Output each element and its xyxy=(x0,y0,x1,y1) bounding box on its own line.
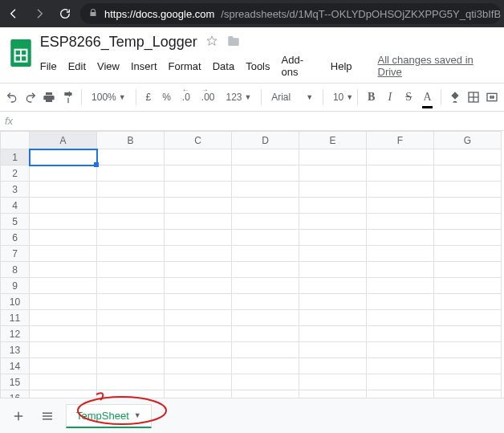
cell[interactable] xyxy=(97,230,165,246)
folder-icon[interactable] xyxy=(226,34,241,51)
select-all-corner[interactable] xyxy=(1,132,30,149)
column-header[interactable]: C xyxy=(165,132,232,149)
column-header[interactable]: G xyxy=(434,132,502,149)
cell[interactable] xyxy=(30,262,97,278)
cell[interactable] xyxy=(30,278,97,294)
cell[interactable] xyxy=(367,165,434,182)
cell[interactable] xyxy=(299,358,367,374)
column-header[interactable]: D xyxy=(232,132,299,149)
cell[interactable] xyxy=(232,358,299,374)
back-button[interactable] xyxy=(3,3,24,24)
cell[interactable] xyxy=(165,198,232,214)
cell[interactable] xyxy=(165,262,232,278)
cell[interactable] xyxy=(299,294,367,310)
cell[interactable] xyxy=(30,214,97,230)
cell[interactable] xyxy=(299,165,367,182)
column-header[interactable]: A xyxy=(30,132,97,149)
cell[interactable] xyxy=(232,198,299,214)
merge-cells-button[interactable] xyxy=(486,88,499,107)
cell[interactable] xyxy=(97,246,165,262)
cell[interactable] xyxy=(165,358,232,374)
cell[interactable] xyxy=(367,149,434,165)
font-select[interactable]: Arial▼ xyxy=(268,92,316,103)
cell[interactable] xyxy=(165,326,232,342)
menu-tools[interactable]: Tools xyxy=(246,60,270,72)
cell[interactable] xyxy=(299,214,367,230)
cell[interactable] xyxy=(165,342,232,358)
cell[interactable] xyxy=(30,198,97,214)
cell[interactable] xyxy=(367,294,434,310)
row-header[interactable]: 12 xyxy=(1,326,30,342)
cell[interactable] xyxy=(299,374,367,390)
column-header[interactable]: B xyxy=(97,132,165,149)
cell[interactable] xyxy=(97,294,165,310)
doc-title[interactable]: ESP8266_Temp_Logger xyxy=(40,34,197,51)
cell[interactable] xyxy=(165,182,232,198)
sheets-logo-icon[interactable] xyxy=(6,34,35,72)
spreadsheet-grid[interactable]: ABCDEFG12345678910111213141516171819 xyxy=(0,131,504,433)
increase-decimal[interactable]: .00→ xyxy=(198,92,218,103)
menu-addons[interactable]: Add-ons xyxy=(282,54,319,78)
more-formats[interactable]: 123▼ xyxy=(223,92,255,103)
format-currency[interactable]: £ xyxy=(142,92,154,103)
cell[interactable] xyxy=(434,198,502,214)
cell[interactable] xyxy=(299,278,367,294)
cell[interactable] xyxy=(30,246,97,262)
cell[interactable] xyxy=(367,214,434,230)
cell[interactable] xyxy=(97,165,165,182)
font-size-select[interactable]: 10▼ xyxy=(330,92,351,103)
reload-button[interactable] xyxy=(55,3,75,24)
menu-help[interactable]: Help xyxy=(331,60,352,72)
menu-format[interactable]: Format xyxy=(169,60,201,72)
cell[interactable] xyxy=(434,214,502,230)
menu-edit[interactable]: Edit xyxy=(68,60,86,72)
fill-color-button[interactable] xyxy=(448,88,461,107)
cell[interactable] xyxy=(232,278,299,294)
cell[interactable] xyxy=(434,165,502,182)
cell[interactable] xyxy=(232,262,299,278)
cell[interactable] xyxy=(30,294,97,310)
cell[interactable] xyxy=(434,326,502,342)
cell[interactable] xyxy=(367,374,434,390)
formula-bar[interactable]: fx xyxy=(0,112,504,131)
cell[interactable] xyxy=(97,214,165,230)
cell[interactable] xyxy=(434,246,502,262)
cell[interactable] xyxy=(97,182,165,198)
cell[interactable] xyxy=(434,182,502,198)
cell[interactable] xyxy=(299,310,367,326)
cell[interactable] xyxy=(434,374,502,390)
cell[interactable] xyxy=(232,374,299,390)
cell[interactable] xyxy=(165,246,232,262)
cell[interactable] xyxy=(97,149,165,165)
cell[interactable] xyxy=(232,182,299,198)
row-header[interactable]: 6 xyxy=(1,230,30,246)
row-header[interactable]: 9 xyxy=(1,278,30,294)
menu-data[interactable]: Data xyxy=(213,60,234,72)
cell[interactable] xyxy=(30,374,97,390)
row-header[interactable]: 8 xyxy=(1,262,30,278)
italic-button[interactable]: I xyxy=(383,88,396,107)
cell[interactable] xyxy=(367,342,434,358)
forward-button[interactable] xyxy=(29,3,50,24)
row-header[interactable]: 13 xyxy=(1,342,30,358)
cell[interactable] xyxy=(299,230,367,246)
cell[interactable] xyxy=(232,326,299,342)
cell[interactable] xyxy=(232,230,299,246)
column-header[interactable]: E xyxy=(299,132,367,149)
cell[interactable] xyxy=(30,310,97,326)
cell[interactable] xyxy=(434,278,502,294)
add-sheet-button[interactable] xyxy=(8,406,29,427)
row-header[interactable]: 10 xyxy=(1,294,30,310)
sheet-tab-menu-icon[interactable]: ▼ xyxy=(134,411,141,419)
redo-button[interactable] xyxy=(23,88,37,107)
zoom-select[interactable]: 100%▼ xyxy=(88,92,129,103)
cell[interactable] xyxy=(97,374,165,390)
cell[interactable] xyxy=(165,230,232,246)
cell[interactable] xyxy=(97,278,165,294)
cell[interactable] xyxy=(434,342,502,358)
text-color-button[interactable]: A xyxy=(421,88,434,107)
cell[interactable] xyxy=(30,230,97,246)
cell[interactable] xyxy=(367,230,434,246)
cell[interactable] xyxy=(299,326,367,342)
cell[interactable] xyxy=(299,246,367,262)
